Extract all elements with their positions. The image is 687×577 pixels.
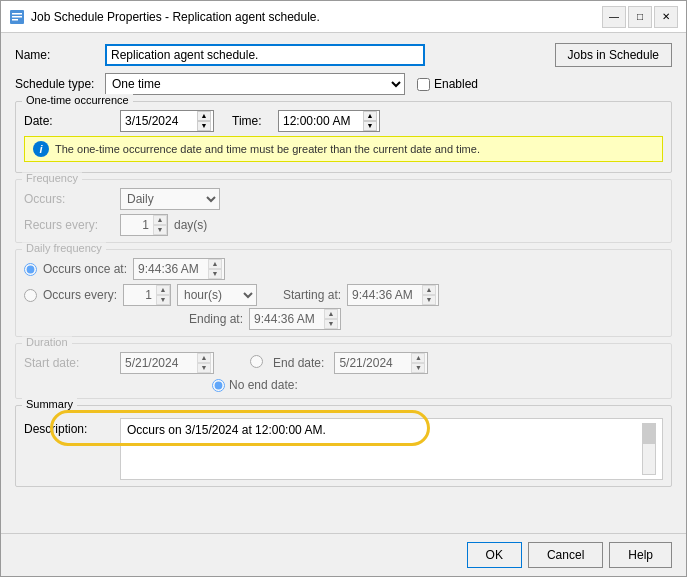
occurs-once-spin-up[interactable]: ▲ xyxy=(208,259,222,269)
start-date-wrapper: ▲ ▼ xyxy=(120,352,214,374)
no-end-date-radio[interactable] xyxy=(212,379,225,392)
summary-section: Summary Description: Occurs on 3/15/2024… xyxy=(15,405,672,487)
date-spin-up[interactable]: ▲ xyxy=(197,111,211,121)
occurs-every-radio[interactable] xyxy=(24,289,37,302)
help-button[interactable]: Help xyxy=(609,542,672,568)
no-end-date-row: No end date: xyxy=(212,378,663,392)
start-date-label: Start date: xyxy=(24,356,114,370)
enabled-label: Enabled xyxy=(434,77,478,91)
title-bar: Job Schedule Properties - Replication ag… xyxy=(1,1,686,33)
occurs-once-radio[interactable] xyxy=(24,263,37,276)
recurs-every-row: Recurs every: ▲ ▼ day(s) xyxy=(24,214,663,236)
description-scrollbar[interactable] xyxy=(642,423,656,475)
frequency-legend: Frequency xyxy=(22,172,82,184)
no-end-date-label: No end date: xyxy=(229,378,298,392)
occurs-every-input[interactable] xyxy=(124,285,156,305)
ending-at-spin[interactable]: ▲ ▼ xyxy=(324,309,338,329)
schedule-type-label: Schedule type: xyxy=(15,77,105,91)
occurs-once-row: Occurs once at: ▲ ▼ xyxy=(24,258,663,280)
name-input[interactable] xyxy=(105,44,425,66)
schedule-type-row: Schedule type: One time Enabled xyxy=(15,73,672,95)
description-text: Occurs on 3/15/2024 at 12:00:00 AM. xyxy=(120,418,663,480)
time-spin-down[interactable]: ▼ xyxy=(363,121,377,131)
starting-at-spin-up[interactable]: ▲ xyxy=(422,285,436,295)
window-title: Job Schedule Properties - Replication ag… xyxy=(31,10,602,24)
maximize-button[interactable]: □ xyxy=(628,6,652,28)
summary-legend: Summary xyxy=(22,398,77,410)
occurs-every-spin-up[interactable]: ▲ xyxy=(156,285,170,295)
occurs-once-at-label: Occurs once at: xyxy=(43,262,127,276)
description-row: Description: Occurs on 3/15/2024 at 12:0… xyxy=(24,418,663,480)
close-button[interactable]: ✕ xyxy=(654,6,678,28)
recurs-spin[interactable]: ▲ ▼ xyxy=(153,215,167,235)
occurs-every-row: Occurs every: ▲ ▼ hour(s) Starting at: ▲ xyxy=(24,284,663,306)
ending-at-row: Ending at: ▲ ▼ xyxy=(189,308,663,330)
svg-rect-1 xyxy=(12,13,22,15)
recurs-every-unit: day(s) xyxy=(174,218,207,232)
svg-rect-3 xyxy=(12,19,18,21)
date-input-wrapper: ▲ ▼ xyxy=(120,110,214,132)
starting-at-input[interactable] xyxy=(350,285,420,305)
jobs-in-schedule-button[interactable]: Jobs in Schedule xyxy=(555,43,672,67)
ending-at-wrapper: ▲ ▼ xyxy=(249,308,341,330)
start-date-input[interactable] xyxy=(123,353,195,373)
end-date-label: End date: xyxy=(273,356,324,370)
svg-rect-2 xyxy=(12,16,22,18)
starting-at-spin[interactable]: ▲ ▼ xyxy=(422,285,436,305)
end-date-wrapper: ▲ ▼ xyxy=(334,352,428,374)
schedule-type-select[interactable]: One time xyxy=(105,73,405,95)
ending-at-label: Ending at: xyxy=(189,312,243,326)
time-input-wrapper: ▲ ▼ xyxy=(278,110,380,132)
scrollbar-thumb[interactable] xyxy=(643,424,655,444)
start-date-spin[interactable]: ▲ ▼ xyxy=(197,353,211,373)
daily-frequency-section: Daily frequency Occurs once at: ▲ ▼ Occu… xyxy=(15,249,672,337)
starting-at-wrapper: ▲ ▼ xyxy=(347,284,439,306)
occurs-every-unit-select[interactable]: hour(s) xyxy=(177,284,257,306)
recurs-spin-up[interactable]: ▲ xyxy=(153,215,167,225)
end-date-spin-down[interactable]: ▼ xyxy=(411,363,425,373)
occurs-once-spin[interactable]: ▲ ▼ xyxy=(208,259,222,279)
occurs-once-wrapper: ▲ ▼ xyxy=(133,258,225,280)
date-input[interactable] xyxy=(123,111,195,131)
date-spin[interactable]: ▲ ▼ xyxy=(197,111,211,131)
enabled-checkbox-label[interactable]: Enabled xyxy=(417,77,478,91)
starting-at-spin-down[interactable]: ▼ xyxy=(422,295,436,305)
date-spin-down[interactable]: ▼ xyxy=(197,121,211,131)
ending-at-input[interactable] xyxy=(252,309,322,329)
occurs-every-spin-down[interactable]: ▼ xyxy=(156,295,170,305)
minimize-button[interactable]: — xyxy=(602,6,626,28)
enabled-checkbox[interactable] xyxy=(417,78,430,91)
name-label: Name: xyxy=(15,48,105,62)
name-row: Name: Jobs in Schedule xyxy=(15,43,672,67)
ok-button[interactable]: OK xyxy=(467,542,522,568)
info-message: The one-time occurrence date and time mu… xyxy=(55,143,480,155)
occurs-select[interactable]: Daily xyxy=(120,188,220,210)
one-time-occurrence-legend: One-time occurrence xyxy=(22,94,133,106)
end-date-spin[interactable]: ▲ ▼ xyxy=(411,353,425,373)
recurs-every-input[interactable] xyxy=(121,215,153,235)
occurs-every-spin[interactable]: ▲ ▼ xyxy=(156,285,170,305)
occurs-once-input[interactable] xyxy=(136,259,206,279)
main-window: Job Schedule Properties - Replication ag… xyxy=(0,0,687,577)
info-icon: i xyxy=(33,141,49,157)
duration-legend: Duration xyxy=(22,336,72,348)
time-spin[interactable]: ▲ ▼ xyxy=(363,111,377,131)
end-date-spin-up[interactable]: ▲ xyxy=(411,353,425,363)
footer-buttons: OK Cancel Help xyxy=(1,533,686,576)
time-spin-up[interactable]: ▲ xyxy=(363,111,377,121)
ending-at-spin-up[interactable]: ▲ xyxy=(324,309,338,319)
time-input[interactable] xyxy=(281,111,361,131)
start-date-spin-down[interactable]: ▼ xyxy=(197,363,211,373)
end-date-input[interactable] xyxy=(337,353,409,373)
description-value: Occurs on 3/15/2024 at 12:00:00 AM. xyxy=(127,423,638,437)
description-label: Description: xyxy=(24,422,114,436)
start-date-spin-up[interactable]: ▲ xyxy=(197,353,211,363)
occurs-once-spin-down[interactable]: ▼ xyxy=(208,269,222,279)
duration-row: Start date: ▲ ▼ End date: ▲ ▼ xyxy=(24,352,663,374)
date-time-row: Date: ▲ ▼ Time: ▲ ▼ xyxy=(24,110,663,132)
recurs-spin-down[interactable]: ▼ xyxy=(153,225,167,235)
cancel-button[interactable]: Cancel xyxy=(528,542,603,568)
ending-at-spin-down[interactable]: ▼ xyxy=(324,319,338,329)
end-date-radio[interactable] xyxy=(250,355,263,368)
main-content: Name: Jobs in Schedule Schedule type: On… xyxy=(1,33,686,533)
